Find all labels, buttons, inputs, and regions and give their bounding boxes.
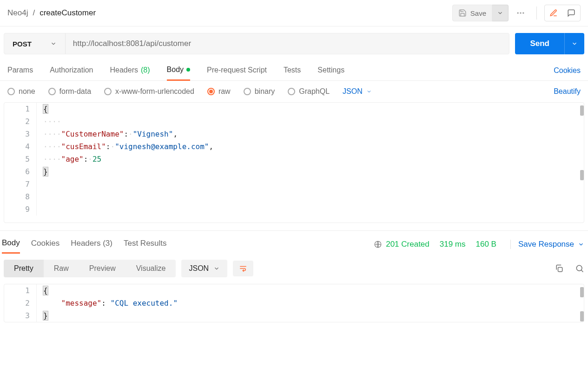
search-response-button[interactable] — [575, 264, 584, 273]
copy-icon — [555, 264, 564, 273]
line-number: 2 — [4, 115, 37, 128]
tab-authorization[interactable]: Authorization — [50, 61, 93, 80]
body-type-binary[interactable]: binary — [244, 87, 275, 96]
save-label: Save — [470, 9, 486, 17]
request-input-group: POST http://localhost:8081/api/customer — [4, 33, 509, 54]
body-type-formdata[interactable]: form-data — [48, 87, 91, 96]
resp-tab-body[interactable]: Body — [2, 236, 20, 254]
response-format-select[interactable]: JSON — [181, 260, 227, 277]
tab-headers-label: Headers — [110, 66, 138, 74]
tab-params[interactable]: Params — [7, 61, 33, 80]
cookies-link[interactable]: Cookies — [554, 62, 581, 79]
comments-button[interactable] — [563, 6, 579, 20]
line-number: 7 — [4, 178, 37, 190]
comment-icon — [567, 9, 575, 17]
response-size[interactable]: 160 B — [476, 240, 496, 249]
chevron-down-icon — [497, 10, 503, 16]
divider — [536, 7, 537, 20]
http-method-select[interactable]: POST — [4, 33, 66, 54]
line-number: 6 — [4, 165, 37, 178]
response-time[interactable]: 319 ms — [440, 240, 466, 249]
save-button[interactable]: Save — [452, 5, 492, 21]
body-type-none[interactable]: none — [7, 87, 35, 96]
view-pretty[interactable]: Pretty — [4, 260, 44, 277]
svg-point-6 — [576, 265, 582, 271]
request-body-editor[interactable]: 1{ 2···· 3····"CustomerName":·"Vignesh",… — [4, 102, 584, 223]
chevron-down-icon — [50, 40, 57, 47]
unsaved-indicator — [186, 68, 190, 72]
tab-prerequest[interactable]: Pre-request Script — [207, 61, 267, 80]
chevron-down-icon — [366, 89, 372, 94]
line-number: 8 — [4, 190, 37, 203]
line-number: 3 — [4, 309, 37, 322]
wrap-icon — [238, 264, 248, 273]
response-body-editor[interactable]: 1{ 2 "message": "CQL executed." 3} — [4, 284, 584, 322]
breadcrumb-collection[interactable]: Neo4j — [7, 8, 28, 18]
line-number: 5 — [4, 153, 37, 165]
body-type-urlencoded[interactable]: x-www-form-urlencoded — [104, 87, 194, 96]
line-number: 1 — [4, 284, 37, 297]
search-icon — [575, 264, 584, 273]
view-preview[interactable]: Preview — [79, 260, 126, 277]
chevron-down-icon — [578, 241, 584, 248]
beautify-link[interactable]: Beautify — [554, 87, 581, 96]
send-dropdown[interactable] — [564, 33, 584, 54]
resp-headers-count: (3) — [103, 239, 112, 248]
breadcrumb: Neo4j / createCustomer — [7, 8, 96, 18]
resp-tab-cookies[interactable]: Cookies — [31, 236, 59, 253]
breadcrumb-request[interactable]: createCustomer — [40, 8, 96, 18]
view-visualize[interactable]: Visualize — [126, 260, 176, 277]
breadcrumb-separator: / — [33, 8, 35, 18]
copy-response-button[interactable] — [555, 264, 564, 273]
more-actions-button[interactable] — [512, 5, 529, 21]
request-url-input[interactable]: http://localhost:8081/api/customer — [66, 33, 509, 54]
tab-settings[interactable]: Settings — [317, 61, 344, 80]
status-code[interactable]: 201 Created — [386, 240, 429, 249]
pencil-icon — [549, 9, 558, 17]
headers-count: (8) — [141, 66, 150, 74]
raw-format-select[interactable]: JSON — [343, 87, 372, 96]
svg-rect-5 — [558, 268, 562, 272]
line-number: 4 — [4, 140, 37, 153]
body-type-graphql[interactable]: GraphQL — [288, 87, 330, 96]
svg-point-1 — [520, 12, 521, 13]
tab-headers[interactable]: Headers (8) — [110, 61, 150, 80]
chevron-down-icon — [571, 40, 578, 47]
resp-tab-headers[interactable]: Headers (3) — [71, 236, 112, 253]
documentation-button[interactable] — [546, 6, 562, 20]
line-number: 2 — [4, 297, 37, 309]
globe-icon — [374, 240, 382, 249]
line-number: 1 — [4, 103, 37, 115]
svg-point-0 — [517, 12, 519, 13]
save-dropdown[interactable] — [492, 5, 509, 21]
save-response-button[interactable]: Save Response — [510, 240, 584, 249]
tab-body[interactable]: Body — [167, 61, 190, 81]
dots-icon — [516, 8, 525, 18]
svg-point-2 — [522, 12, 524, 13]
tab-body-label: Body — [167, 66, 184, 74]
send-button[interactable]: Send — [515, 33, 564, 54]
chevron-down-icon — [213, 265, 220, 272]
view-raw[interactable]: Raw — [44, 260, 79, 277]
http-method-value: POST — [13, 40, 32, 48]
wrap-lines-button[interactable] — [233, 261, 253, 276]
line-number: 3 — [4, 128, 37, 140]
tab-tests[interactable]: Tests — [284, 61, 301, 80]
body-type-raw[interactable]: raw — [207, 87, 231, 96]
svg-line-7 — [581, 270, 583, 272]
save-icon — [458, 9, 467, 17]
line-number: 9 — [4, 203, 37, 216]
resp-tab-testresults[interactable]: Test Results — [124, 236, 167, 253]
